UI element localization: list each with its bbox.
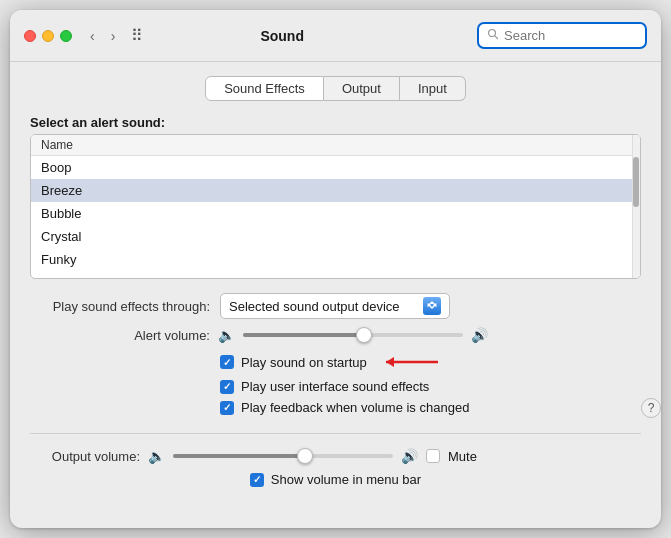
svg-marker-3 [386,357,394,367]
traffic-lights [24,30,72,42]
alert-volume-row: Alert volume: 🔈 🔊 [30,327,641,343]
mute-checkbox[interactable] [426,449,440,463]
search-input[interactable] [504,28,637,43]
volume-high-icon: 🔊 [471,327,488,343]
play-startup-label: Play sound on startup [241,355,367,370]
show-volume-checkbox[interactable] [250,473,264,487]
sound-list-header: Name [31,135,640,156]
output-volume-high-icon: 🔊 [401,448,418,464]
help-button[interactable]: ? [641,398,661,418]
tabs-bar: Sound Effects Output Input [30,76,641,101]
slider-fill [243,333,364,337]
output-volume-label: Output volume: [30,449,140,464]
tab-sound-effects[interactable]: Sound Effects [205,76,324,101]
select-arrow-icon [423,297,441,315]
list-item[interactable]: Heroine [31,271,640,278]
alert-volume-label: Alert volume: [30,328,210,343]
alert-sound-section: Select an alert sound: Name Boop Breeze … [30,115,641,279]
scrollbar-track[interactable] [632,135,640,278]
window-title: Sound [95,28,469,44]
list-item[interactable]: Boop [31,156,640,179]
tab-input[interactable]: Input [400,76,466,101]
divider [30,433,641,434]
play-through-select[interactable]: Selected sound output device [220,293,450,319]
play-ui-label: Play user interface sound effects [241,379,429,394]
checkboxes-group: Play sound on startup Play user interfac… [30,351,641,415]
close-button[interactable] [24,30,36,42]
main-content: Sound Effects Output Input Select an ale… [10,62,661,528]
play-ui-checkbox[interactable] [220,380,234,394]
output-slider-thumb[interactable] [297,448,313,464]
list-item[interactable]: Funky [31,248,640,271]
controls-section: Play sound effects through: Selected sou… [30,289,641,419]
alert-volume-slider[interactable] [243,333,463,337]
arrow-indicator [378,351,448,373]
scrollbar-thumb[interactable] [633,157,639,207]
section-label: Select an alert sound: [30,115,641,130]
bottom-section: Output volume: 🔈 🔊 Mute Show volume in m… [30,448,641,487]
show-volume-row: Show volume in menu bar [30,472,641,487]
svg-line-1 [495,36,498,39]
volume-low-icon: 🔈 [218,327,235,343]
mute-label: Mute [448,449,477,464]
slider-thumb[interactable] [356,327,372,343]
play-through-value: Selected sound output device [229,299,417,314]
list-item[interactable]: Breeze [31,179,640,202]
output-volume-low-icon: 🔈 [148,448,165,464]
play-through-row: Play sound effects through: Selected sou… [30,293,641,319]
play-startup-checkbox[interactable] [220,355,234,369]
output-volume-row: Output volume: 🔈 🔊 Mute [30,448,641,464]
play-ui-row: Play user interface sound effects [210,379,641,394]
search-box[interactable] [477,22,647,49]
output-slider-fill [173,454,305,458]
list-item[interactable]: Crystal [31,225,640,248]
play-feedback-label: Play feedback when volume is changed [241,400,469,415]
show-volume-label: Show volume in menu bar [271,472,421,487]
minimize-button[interactable] [42,30,54,42]
play-startup-row: Play sound on startup [210,351,641,373]
play-feedback-row: Play feedback when volume is changed ? [210,400,641,415]
sound-list[interactable]: Name Boop Breeze Bubble Crystal Funky He… [31,135,640,278]
list-item[interactable]: Bubble [31,202,640,225]
play-through-label: Play sound effects through: [30,299,210,314]
sound-preferences-window: ‹ › ⠿ Sound Sound Effects Output Input S… [10,10,661,528]
sound-list-container: Name Boop Breeze Bubble Crystal Funky He… [30,134,641,279]
output-volume-slider[interactable] [173,454,393,458]
search-icon [487,28,499,43]
tab-output[interactable]: Output [324,76,400,101]
play-feedback-checkbox[interactable] [220,401,234,415]
red-arrow-svg [378,351,448,373]
maximize-button[interactable] [60,30,72,42]
titlebar: ‹ › ⠿ Sound [10,10,661,62]
